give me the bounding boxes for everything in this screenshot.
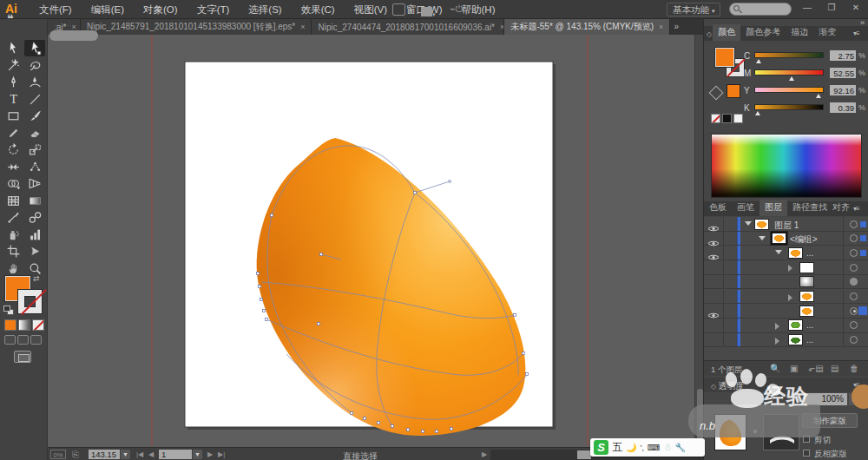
bridge-icon[interactable]: [392, 3, 405, 16]
search-input[interactable]: [729, 3, 792, 16]
panel-collapse-icon[interactable]: ◇: [704, 28, 713, 41]
layer-row-3[interactable]: [704, 260, 868, 275]
menu-select[interactable]: 选择(S): [239, 0, 291, 19]
magenta-value-input[interactable]: 52.55: [830, 68, 856, 78]
gradient-mode-button[interactable]: [18, 319, 30, 331]
panel-menu-icon[interactable]: [853, 205, 865, 213]
perspective-grid-tool[interactable]: [24, 175, 45, 192]
none-mode-button[interactable]: [32, 319, 44, 331]
menu-object[interactable]: 对象(O): [134, 0, 187, 19]
draw-inside-button[interactable]: [30, 335, 42, 345]
draw-normal-button[interactable]: [4, 335, 16, 345]
menu-type[interactable]: 文字(T): [187, 0, 240, 19]
horizontal-scrollbar-thumb[interactable]: [577, 450, 591, 459]
new-sublayer-icon[interactable]: ⬐▤: [808, 364, 824, 373]
arrange-documents-icon[interactable]: ▾: [421, 4, 436, 20]
new-layer-icon[interactable]: ▤: [831, 364, 838, 373]
paintbrush-tool[interactable]: [24, 108, 45, 124]
line-segment-tool[interactable]: [24, 91, 45, 108]
default-swatches-icon[interactable]: [3, 306, 15, 315]
artboard-dropdown-icon[interactable]: ▼: [193, 450, 202, 459]
target-icon[interactable]: [850, 249, 858, 257]
blend-tool[interactable]: [24, 209, 45, 226]
layer-thumbnail[interactable]: [788, 334, 803, 345]
ime-wubi-label[interactable]: 五: [612, 440, 622, 455]
rectangle-tool[interactable]: [3, 108, 23, 124]
layer-row-1[interactable]: <编组>: [704, 232, 868, 246]
ime-punct-icon[interactable]: ’,: [640, 444, 644, 452]
target-icon[interactable]: [850, 307, 858, 315]
eyedropper-tool[interactable]: [3, 209, 23, 226]
pencil-tool[interactable]: [3, 125, 23, 141]
black-swatch[interactable]: [722, 114, 732, 123]
close-tab-icon[interactable]: ×: [659, 23, 663, 31]
restore-button[interactable]: ❐: [821, 0, 842, 16]
ime-keyboard-icon[interactable]: ⌨: [648, 443, 660, 452]
doc-tab-1[interactable]: Nipic_21485791_20181010145133983000 [转换]…: [81, 19, 312, 35]
hand-tool[interactable]: [3, 260, 23, 277]
none-swatch[interactable]: [711, 114, 720, 123]
layer-thumbnail[interactable]: [788, 319, 803, 331]
layer-name[interactable]: <编组>: [790, 233, 818, 246]
closest-color-swatch[interactable]: [727, 84, 740, 98]
minimize-button[interactable]: —: [797, 0, 818, 16]
symbol-sprayer-tool[interactable]: [3, 227, 23, 243]
expand-triangle-icon[interactable]: [775, 323, 779, 330]
selection-indicator[interactable]: [858, 306, 867, 315]
layer-name[interactable]: ...: [806, 320, 813, 330]
opacity-input[interactable]: 100%: [804, 393, 847, 405]
expand-triangle-icon[interactable]: [775, 250, 782, 254]
artboard-number-input[interactable]: 1: [159, 450, 192, 459]
color-mode-button[interactable]: [4, 319, 16, 331]
tab-swatches[interactable]: 色板: [704, 200, 732, 216]
tab-layers[interactable]: 图层: [760, 200, 787, 216]
mesh-tool[interactable]: [3, 193, 23, 209]
sogou-logo-icon[interactable]: S: [594, 440, 608, 455]
scale-tool[interactable]: [24, 141, 45, 158]
object-thumbnail[interactable]: [714, 414, 746, 450]
stroke-color-swatch[interactable]: [17, 289, 43, 314]
tab-color[interactable]: 颜色: [713, 24, 740, 41]
cs-live-icon[interactable]: ⌁⏻: [450, 3, 463, 15]
ime-wrench-icon[interactable]: 🔧: [674, 443, 685, 452]
out-of-gamut-cube-icon[interactable]: [709, 86, 724, 101]
yellow-value-input[interactable]: 92.16: [830, 85, 856, 95]
doc-tab-3-active[interactable]: 未标题-55* @ 143.15% (CMYK/预览)×: [504, 19, 670, 35]
clip-checkbox[interactable]: [803, 436, 810, 443]
tab-stroke[interactable]: 描边: [786, 24, 813, 41]
direct-selection-tool[interactable]: [24, 40, 45, 56]
mask-thumbnail[interactable]: [763, 414, 799, 450]
layer-row-2[interactable]: ...: [704, 246, 868, 260]
pen-tool[interactable]: [3, 74, 23, 90]
first-artboard-icon[interactable]: |◀: [136, 450, 143, 459]
selection-tool[interactable]: [3, 40, 23, 56]
make-mask-button[interactable]: 制作蒙版: [802, 413, 858, 428]
shape-builder-tool[interactable]: [3, 175, 23, 192]
close-tab-icon[interactable]: ×: [500, 23, 504, 31]
black-slider[interactable]: [754, 104, 824, 110]
menu-view[interactable]: 视图(V): [345, 0, 397, 19]
layer-thumbnail[interactable]: [754, 219, 769, 230]
last-artboard-icon[interactable]: ▶|: [218, 450, 225, 459]
column-graph-tool[interactable]: [24, 227, 45, 243]
expand-triangle-icon[interactable]: [788, 265, 792, 272]
rotate-tool[interactable]: [3, 141, 23, 158]
yellow-slider[interactable]: [754, 87, 824, 93]
layer-thumbnail[interactable]: [799, 306, 814, 317]
menu-file[interactable]: 文件(F): [30, 0, 82, 19]
vertical-scrollbar-thumb[interactable]: [697, 389, 703, 439]
invert-mask-checkbox[interactable]: [803, 450, 810, 457]
color-spectrum[interactable]: [711, 134, 862, 198]
target-icon[interactable]: [850, 292, 858, 300]
close-button[interactable]: ✕: [845, 0, 866, 16]
magenta-slider[interactable]: [754, 69, 824, 76]
expand-triangle-icon[interactable]: [759, 236, 766, 240]
artboard-tool[interactable]: [3, 243, 23, 260]
tab-color-guide[interactable]: 颜色参考: [740, 24, 786, 41]
layer-name[interactable]: ...: [806, 335, 813, 345]
lasso-tool[interactable]: [24, 57, 45, 74]
eraser-tool[interactable]: [24, 125, 45, 141]
tab-pathfinder[interactable]: 路径查找器: [787, 200, 827, 216]
canvas-area[interactable]: [48, 35, 703, 447]
expand-triangle-icon[interactable]: [788, 294, 792, 301]
